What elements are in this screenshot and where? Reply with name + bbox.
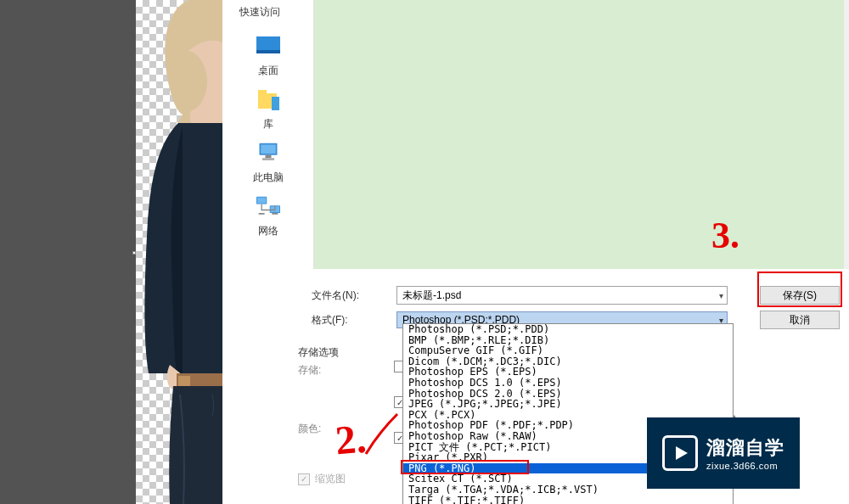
filename-label: 文件名(N):	[312, 288, 396, 303]
dropdown-item[interactable]: CompuServe GIF (*.GIF)	[403, 345, 733, 356]
svg-rect-1	[178, 376, 190, 386]
watermark-url: zixue.3d66.com	[706, 461, 784, 471]
svg-rect-13	[256, 198, 266, 204]
annotation-arrow-2	[362, 407, 404, 458]
desktop-icon	[255, 35, 282, 59]
color-label: 颜色:	[298, 422, 321, 436]
dropdown-item[interactable]: Photoshop (*.PSD;*.PDD)	[403, 324, 733, 335]
svg-rect-6	[272, 97, 279, 110]
thumbnail-checkbox[interactable]: ✓	[298, 473, 310, 485]
workspace-background	[0, 0, 136, 504]
svg-rect-16	[272, 213, 278, 215]
thumbnail-row: ✓ 缩览图	[298, 472, 346, 486]
file-preview-area	[314, 0, 844, 269]
filename-row: 文件名(N): 未标题-1.psd ▾	[312, 286, 728, 305]
chevron-down-icon[interactable]: ▾	[719, 291, 723, 300]
storage-save-label: 存储:	[298, 363, 339, 378]
computer-icon	[255, 142, 282, 165]
sidebar-item-desktop[interactable]: 桌面	[222, 35, 313, 78]
sidebar-item-label: 桌面	[258, 64, 278, 78]
watermark-title: 溜溜自学	[706, 435, 784, 461]
svg-rect-5	[258, 90, 267, 95]
storage-options-title: 存储选项	[298, 345, 339, 360]
sidebar-item-label: 库	[263, 117, 273, 132]
dropdown-item[interactable]: TIFF (*.TIF;*.TIFF)	[403, 496, 733, 505]
sidebar-item-library[interactable]: 库	[222, 88, 313, 132]
cancel-button[interactable]: 取消	[760, 311, 840, 329]
svg-rect-3	[256, 50, 280, 53]
save-button[interactable]: 保存(S)	[760, 286, 840, 305]
watermark-text: 溜溜自学 zixue.3d66.com	[706, 435, 784, 471]
svg-rect-10	[262, 158, 274, 160]
svg-rect-8	[261, 145, 276, 154]
svg-rect-15	[258, 213, 264, 215]
sidebar-item-computer[interactable]: 此电脑	[222, 142, 313, 185]
svg-rect-9	[265, 155, 271, 159]
storage-options: 存储选项 存储:	[298, 345, 339, 378]
filename-input[interactable]: 未标题-1.psd ▾	[396, 286, 728, 305]
quick-access-title: 快速访问	[222, 0, 313, 25]
dropdown-item[interactable]: Photoshop DCS 1.0 (*.EPS)	[403, 378, 733, 389]
network-icon	[255, 195, 282, 219]
library-icon	[255, 88, 282, 112]
thumbnail-label: 缩览图	[315, 472, 346, 486]
dropdown-item[interactable]: JPEG (*.JPG;*.JPEG;*.JPE)	[403, 399, 733, 410]
filename-value: 未标题-1.psd	[402, 289, 461, 301]
format-label: 格式(F):	[312, 313, 396, 328]
sidebar-item-network[interactable]: 网络	[222, 195, 313, 238]
sidebar-item-label: 网络	[258, 224, 278, 238]
watermark-badge: 溜溜自学 zixue.3d66.com	[647, 417, 800, 489]
sidebar-item-label: 此电脑	[253, 171, 284, 185]
play-icon	[662, 435, 698, 471]
image-content	[136, 0, 222, 504]
